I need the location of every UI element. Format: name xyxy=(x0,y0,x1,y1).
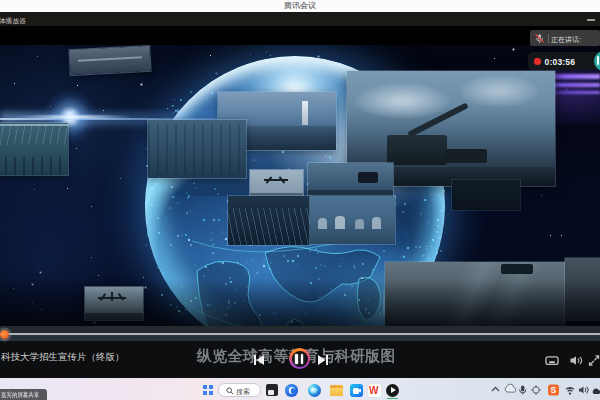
svg-text:S: S xyxy=(551,385,557,395)
